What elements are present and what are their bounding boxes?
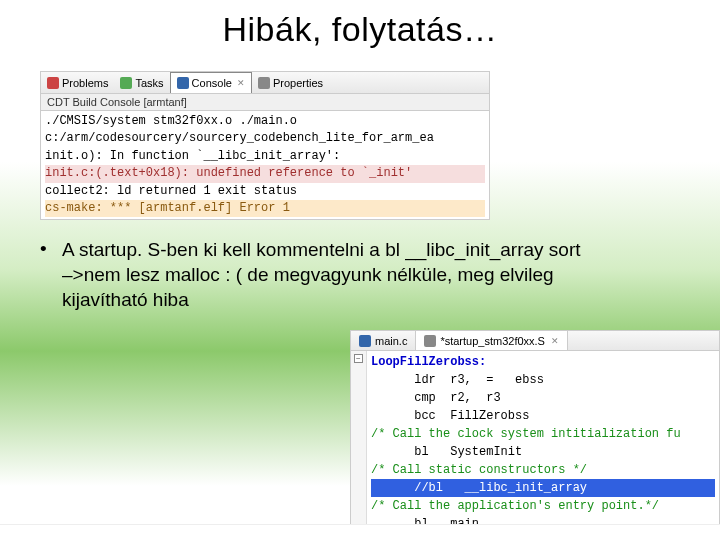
code-line: cmp r2, r3 xyxy=(371,389,715,407)
close-icon[interactable]: ✕ xyxy=(551,336,559,346)
tab-label: main.c xyxy=(375,335,407,347)
slide-title: Hibák, folytatás… xyxy=(0,0,720,49)
console-error-line: init.c:(.text+0x18): undefined reference… xyxy=(45,165,485,182)
footer-strip xyxy=(0,524,720,540)
close-icon[interactable]: ✕ xyxy=(237,78,245,88)
code-editor: main.c *startup_stm32f0xx.S ✕ − LoopFill… xyxy=(350,330,720,540)
fold-icon[interactable]: − xyxy=(354,354,363,363)
tab-tasks[interactable]: Tasks xyxy=(114,72,169,93)
tab-label: Tasks xyxy=(135,77,163,89)
console-tab-bar: Problems Tasks Console ✕ Properties xyxy=(41,72,489,94)
tasks-icon xyxy=(120,77,132,89)
tab-label: *startup_stm32f0xx.S xyxy=(440,335,545,347)
code-selected-line: //bl __libc_init_array xyxy=(371,479,715,497)
code-line: ldr r3, = ebss xyxy=(371,371,715,389)
tab-label: Console xyxy=(192,77,232,89)
code-gutter: − xyxy=(351,351,367,539)
code-line: bl SystemInit xyxy=(371,443,715,461)
tab-startup-s[interactable]: *startup_stm32f0xx.S ✕ xyxy=(416,331,568,350)
tab-problems[interactable]: Problems xyxy=(41,72,114,93)
console-line: ./CMSIS/system stm32f0xx.o ./main.o xyxy=(45,113,485,130)
console-line: collect2: ld returned 1 exit status xyxy=(45,183,485,200)
problems-icon xyxy=(47,77,59,89)
tab-main-c[interactable]: main.c xyxy=(351,331,416,350)
console-icon xyxy=(177,77,189,89)
code-lines[interactable]: LoopFillZerobss: ldr r3, = ebss cmp r2, … xyxy=(367,351,719,539)
console-line: c:/arm/codesourcery/sourcery_codebench_l… xyxy=(45,130,485,147)
bullet-point: • A startup. S-ben ki kell kommentelni a… xyxy=(40,238,680,312)
console-subtitle: CDT Build Console [armtanf] xyxy=(41,94,489,111)
code-line: LoopFillZerobss: xyxy=(371,353,715,371)
console-output: ./CMSIS/system stm32f0xx.o ./main.o c:/a… xyxy=(41,111,489,219)
tab-properties[interactable]: Properties xyxy=(252,72,329,93)
asm-file-icon xyxy=(424,335,436,347)
c-file-icon xyxy=(359,335,371,347)
tab-label: Properties xyxy=(273,77,323,89)
code-line: bcc FillZerobss xyxy=(371,407,715,425)
console-panel: Problems Tasks Console ✕ Properties CDT … xyxy=(40,71,490,220)
code-comment: /* Call the clock system intitialization… xyxy=(371,425,715,443)
bullet-marker: • xyxy=(40,238,62,312)
bullet-text: A startup. S-ben ki kell kommentelni a b… xyxy=(62,238,680,312)
tab-label: Problems xyxy=(62,77,108,89)
console-warn-line: cs-make: *** [armtanf.elf] Error 1 xyxy=(45,200,485,217)
code-tab-bar: main.c *startup_stm32f0xx.S ✕ xyxy=(351,331,719,351)
console-line: init.o): In function `__libc_init_array'… xyxy=(45,148,485,165)
properties-icon xyxy=(258,77,270,89)
code-comment: /* Call static constructors */ xyxy=(371,461,715,479)
tab-console[interactable]: Console ✕ xyxy=(170,72,252,93)
code-comment: /* Call the application's entry point.*/ xyxy=(371,497,715,515)
code-body: − LoopFillZerobss: ldr r3, = ebss cmp r2… xyxy=(351,351,719,539)
